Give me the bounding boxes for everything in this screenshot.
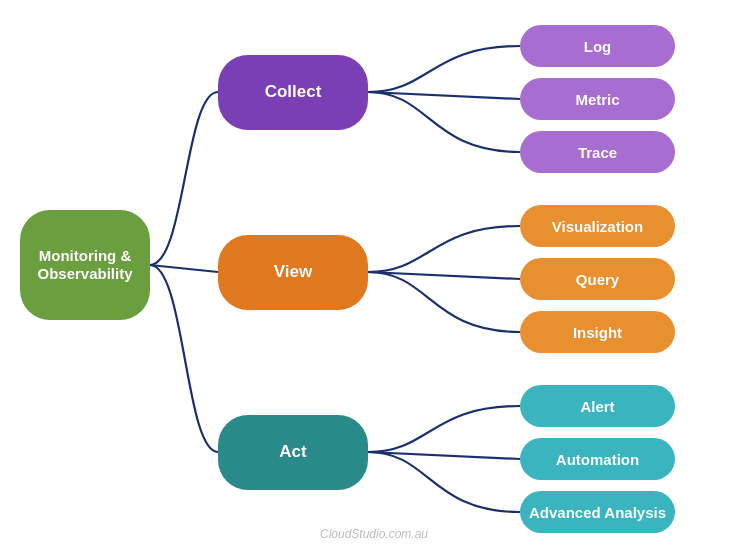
svg-line-3 — [368, 452, 520, 459]
act-node: Act — [218, 415, 368, 490]
view-label: View — [274, 262, 312, 282]
log-label: Log — [584, 38, 612, 55]
watermark: CloudStudio.com.au — [320, 527, 428, 541]
query-leaf: Query — [520, 258, 675, 300]
act-label: Act — [279, 442, 306, 462]
alert-leaf: Alert — [520, 385, 675, 427]
insight-label: Insight — [573, 324, 622, 341]
collect-label: Collect — [265, 82, 322, 102]
metric-label: Metric — [575, 91, 619, 108]
log-leaf: Log — [520, 25, 675, 67]
visualization-leaf: Visualization — [520, 205, 675, 247]
svg-line-0 — [150, 265, 218, 272]
query-label: Query — [576, 271, 619, 288]
trace-label: Trace — [578, 144, 617, 161]
watermark-text: CloudStudio.com.au — [320, 527, 428, 541]
insight-leaf: Insight — [520, 311, 675, 353]
alert-label: Alert — [580, 398, 614, 415]
svg-line-2 — [368, 272, 520, 279]
visualization-label: Visualization — [552, 218, 643, 235]
automation-leaf: Automation — [520, 438, 675, 480]
collect-node: Collect — [218, 55, 368, 130]
advanced-label: Advanced Analysis — [529, 504, 666, 521]
view-node: View — [218, 235, 368, 310]
svg-line-1 — [368, 92, 520, 99]
root-node: Monitoring & Observability — [20, 210, 150, 320]
root-label: Monitoring & Observability — [37, 247, 132, 283]
automation-label: Automation — [556, 451, 639, 468]
trace-leaf: Trace — [520, 131, 675, 173]
advanced-analysis-leaf: Advanced Analysis — [520, 491, 675, 533]
metric-leaf: Metric — [520, 78, 675, 120]
diagram-container: Monitoring & Observability Collect View … — [0, 0, 748, 553]
